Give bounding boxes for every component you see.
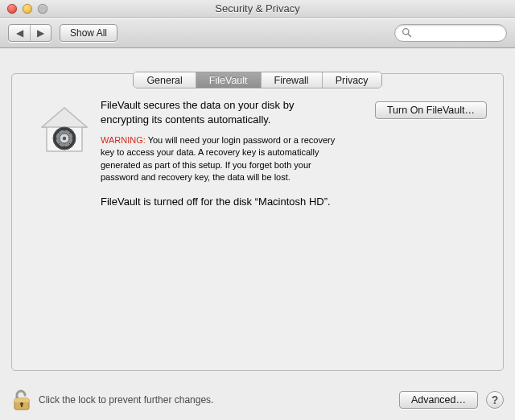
forward-button[interactable]: ▶ bbox=[30, 25, 51, 41]
svg-rect-19 bbox=[21, 404, 23, 407]
close-window-button[interactable] bbox=[7, 4, 17, 14]
window-title: Security & Privacy bbox=[0, 2, 515, 14]
search-icon bbox=[402, 27, 412, 38]
help-button[interactable]: ? bbox=[486, 391, 504, 409]
nav-segmented: ◀ ▶ bbox=[8, 24, 52, 42]
advanced-button[interactable]: Advanced… bbox=[399, 391, 478, 409]
filevault-intro: FileVault secures the data on your disk … bbox=[101, 98, 334, 126]
tab-filevault[interactable]: FileVault bbox=[196, 72, 261, 88]
warning-label: WARNING: bbox=[101, 135, 146, 145]
toolbar: ◀ ▶ Show All bbox=[0, 18, 515, 48]
tab-privacy[interactable]: Privacy bbox=[322, 72, 381, 88]
traffic-lights bbox=[7, 4, 47, 14]
house-safe-icon bbox=[37, 103, 92, 158]
minimize-window-button[interactable] bbox=[23, 4, 32, 14]
unlocked-padlock-icon[interactable] bbox=[11, 389, 32, 411]
chevron-left-icon: ◀ bbox=[16, 28, 23, 38]
titlebar: Security & Privacy bbox=[0, 0, 515, 18]
tab-general[interactable]: General bbox=[134, 72, 195, 88]
svg-point-15 bbox=[63, 137, 66, 140]
search-field-container bbox=[394, 24, 507, 42]
svg-line-1 bbox=[408, 34, 410, 36]
main-content: General FileVault Firewall Privacy bbox=[0, 48, 515, 371]
footer: Click the lock to prevent further change… bbox=[0, 380, 515, 420]
chevron-right-icon: ▶ bbox=[37, 28, 44, 38]
search-input[interactable] bbox=[415, 27, 500, 39]
turn-on-filevault-button[interactable]: Turn On FileVault… bbox=[375, 101, 487, 119]
filevault-pane: FileVault secures the data on your disk … bbox=[11, 73, 504, 371]
tabs: General FileVault Firewall Privacy bbox=[11, 72, 504, 89]
svg-marker-3 bbox=[42, 108, 87, 127]
filevault-warning: WARNING: You will need your login passwo… bbox=[101, 134, 346, 184]
show-all-button[interactable]: Show All bbox=[60, 24, 117, 42]
lock-hint: Click the lock to prevent further change… bbox=[39, 394, 213, 406]
zoom-window-button[interactable] bbox=[38, 4, 47, 14]
svg-rect-17 bbox=[14, 398, 29, 402]
back-button[interactable]: ◀ bbox=[9, 25, 30, 41]
filevault-status: FileVault is turned off for the disk “Ma… bbox=[101, 196, 346, 208]
tab-firewall[interactable]: Firewall bbox=[261, 72, 322, 88]
